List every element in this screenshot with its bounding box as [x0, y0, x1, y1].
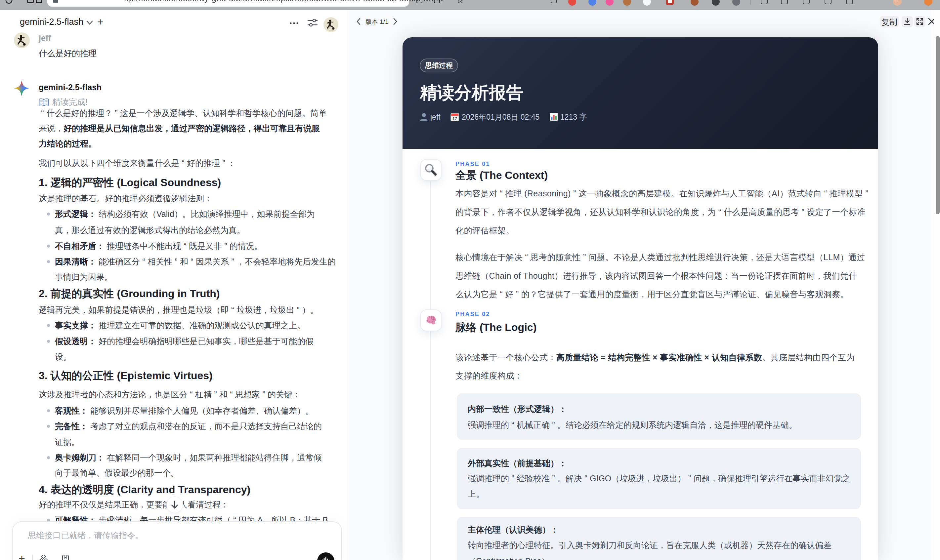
- svg-text:17: 17: [453, 116, 457, 121]
